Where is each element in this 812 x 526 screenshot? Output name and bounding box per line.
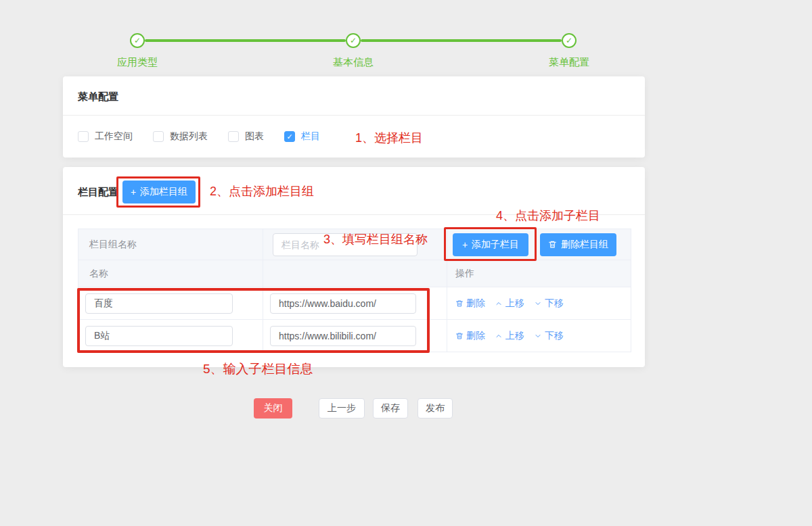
caret-down-icon (534, 300, 542, 308)
group-buttons-cell: + 添加子栏目 删除栏目组 (447, 229, 631, 260)
checkbox-workspace[interactable]: ✓ 工作空间 (78, 130, 133, 143)
name-column-header: 名称 (78, 260, 263, 287)
table-header-row: 名称 操作 (78, 260, 631, 287)
move-up-link[interactable]: 上移 (495, 330, 524, 342)
step-1-label: 应用类型 (90, 56, 185, 69)
checkbox-data-list[interactable]: ✓ 数据列表 (153, 130, 208, 143)
row-actions-cell: 删除 上移 下移 (447, 320, 631, 352)
sub-column-url-input[interactable] (270, 293, 416, 314)
plus-icon: + (131, 187, 136, 197)
publish-button[interactable]: 发布 (418, 398, 453, 419)
caret-up-icon (495, 332, 503, 340)
add-sub-column-button[interactable]: + 添加子栏目 (453, 233, 528, 256)
action-column-header: 操作 (447, 260, 631, 287)
move-up-label: 上移 (505, 297, 524, 310)
delete-column-group-button[interactable]: 删除栏目组 (540, 233, 616, 256)
trash-icon (455, 300, 464, 308)
url-column-header (263, 260, 447, 287)
caret-down-icon (534, 332, 542, 340)
add-sub-column-label: 添加子栏目 (472, 239, 519, 251)
trash-icon (548, 240, 557, 249)
check-icon: ✓ (286, 133, 292, 141)
step-connector (145, 39, 346, 42)
checkbox-chart[interactable]: ✓ 图表 (228, 130, 264, 143)
move-up-label: 上移 (505, 330, 524, 342)
step-2-label: 基本信息 (306, 56, 401, 69)
menu-type-checkbox-group: ✓ 工作空间 ✓ 数据列表 ✓ 图表 ✓ 栏目 (78, 130, 320, 143)
column-config-card: 栏目配置 + 添加栏目组 栏目组名称 + 添加子栏目 (63, 167, 645, 367)
move-down-link[interactable]: 下移 (534, 330, 564, 342)
check-icon: ✓ (566, 36, 572, 45)
check-icon: ✓ (350, 36, 357, 45)
check-icon: ✓ (134, 36, 141, 45)
divider (63, 214, 645, 215)
sub-column-url-cell (263, 320, 447, 352)
table-row: 删除 上移 下移 (78, 320, 631, 352)
step-2-circle[interactable]: ✓ (346, 33, 361, 48)
column-card-title: 栏目配置 (78, 186, 118, 199)
checkbox-box[interactable]: ✓ (228, 131, 239, 142)
sub-column-name-cell (78, 287, 263, 319)
wizard-screen: ✓ ✓ ✓ 应用类型 基本信息 菜单配置 菜单配置 ✓ 工作空间 ✓ 数据列表 … (0, 0, 812, 526)
group-name-label: 栏目组名称 (78, 229, 263, 260)
checkbox-label: 栏目 (301, 130, 320, 143)
checkbox-box[interactable]: ✓ (78, 131, 89, 142)
caret-up-icon (495, 300, 503, 308)
delete-row-label: 删除 (466, 330, 485, 342)
step-1-circle[interactable]: ✓ (130, 33, 145, 48)
move-down-label: 下移 (545, 297, 564, 310)
checkbox-label: 工作空间 (95, 130, 133, 143)
sub-column-url-cell (263, 287, 447, 319)
group-name-input[interactable] (273, 233, 418, 256)
checkbox-label: 图表 (245, 130, 264, 143)
sub-column-url-input[interactable] (270, 326, 416, 346)
delete-row-link[interactable]: 删除 (455, 330, 485, 342)
delete-row-label: 删除 (466, 297, 485, 310)
checkbox-box[interactable]: ✓ (284, 131, 295, 142)
close-button[interactable]: 关闭 (254, 398, 292, 419)
group-name-row: 栏目组名称 + 添加子栏目 删除栏目组 (78, 229, 631, 260)
row-actions-cell: 删除 上移 下移 (447, 287, 631, 319)
save-button[interactable]: 保存 (373, 398, 408, 419)
menu-card-title: 菜单配置 (78, 91, 118, 103)
divider (63, 115, 645, 116)
column-table: 栏目组名称 + 添加子栏目 删除栏目组 名称 (78, 229, 631, 352)
step-3-circle[interactable]: ✓ (562, 33, 577, 48)
checkbox-column[interactable]: ✓ 栏目 (284, 130, 320, 143)
step-connector (361, 39, 562, 42)
delete-row-link[interactable]: 删除 (455, 297, 485, 310)
move-down-link[interactable]: 下移 (534, 297, 564, 310)
move-down-label: 下移 (545, 330, 564, 342)
plus-icon: + (462, 239, 468, 250)
table-row: 删除 上移 下移 (78, 287, 631, 320)
checkbox-label: 数据列表 (170, 130, 208, 143)
prev-step-button[interactable]: 上一步 (319, 398, 365, 419)
sub-column-name-input[interactable] (85, 326, 233, 346)
checkbox-box[interactable]: ✓ (153, 131, 164, 142)
sub-column-name-cell (78, 320, 263, 352)
trash-icon (455, 332, 464, 340)
move-up-link[interactable]: 上移 (495, 297, 524, 310)
group-name-cell (263, 229, 447, 260)
add-column-group-button[interactable]: + 添加栏目组 (122, 181, 196, 204)
delete-column-group-label: 删除栏目组 (561, 239, 608, 251)
add-column-group-label: 添加栏目组 (140, 186, 187, 198)
menu-config-card: 菜单配置 ✓ 工作空间 ✓ 数据列表 ✓ 图表 ✓ 栏目 (63, 76, 645, 158)
step-3-label: 菜单配置 (522, 56, 616, 69)
sub-column-name-input[interactable] (85, 293, 233, 314)
